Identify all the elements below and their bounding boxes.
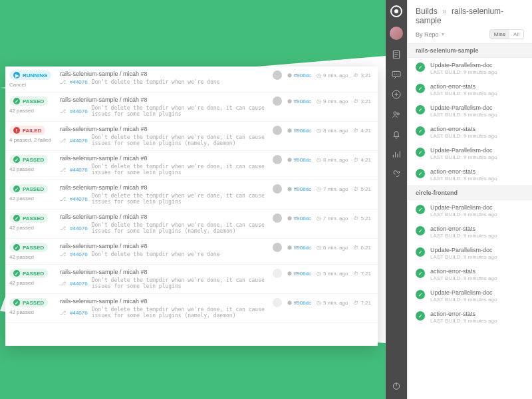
commit-hash[interactable]: ff906dc [294,215,311,221]
user-avatar[interactable] [390,27,403,40]
branch-item[interactable]: ✓action-error-statsLAST BUILD: 9 minutes… [408,307,532,328]
document-icon[interactable] [391,49,402,60]
branch-item[interactable]: ✓Update-Parallelism-docLAST BUILD: 9 min… [408,285,532,307]
branch-name: Update-Parallelism-doc [430,147,497,154]
build-row[interactable]: ✓PASSED42 passedrails-selenium-sample / … [5,151,378,180]
check-icon: ✓ [416,311,425,321]
timer-icon: ⏱ [353,245,358,251]
author-avatar [273,213,282,223]
repo-group-header[interactable]: rails-selenium-sample [408,43,532,58]
build-row[interactable]: ✓PASSED42 passedrails-selenium-sample / … [5,209,378,239]
settings-icon[interactable] [391,169,402,180]
build-title[interactable]: rails-selenium-sample / micah #8 [60,96,269,103]
branch-meta: LAST BUILD: 9 minutes ago [430,154,497,160]
commit-hash[interactable]: ff906dc [294,186,311,192]
build-title[interactable]: rails-selenium-sample / micah #8 [60,269,269,275]
commit-message: Don't delete the tempdir when we're done… [92,277,269,289]
commit-id[interactable]: #44076 [70,310,88,316]
author-avatar [273,70,282,80]
commit-id[interactable]: #44076 [70,138,88,144]
commit-icon: ⬢ [287,98,292,104]
branch-item[interactable]: ✓Update-Parallelism-docLAST BUILD: 9 min… [408,243,532,264]
branch-meta: LAST BUILD: 9 minutes ago [430,112,497,118]
commit-hash[interactable]: ff906dc [294,72,311,78]
status-subtext: 4 passed, 2 failed [9,137,56,143]
repo-group-header[interactable]: circle-frontend [408,186,532,200]
branch-item[interactable]: ✓action-error-statsLAST BUILD: 9 minutes… [408,221,532,243]
breadcrumb-root[interactable]: Builds [416,7,438,16]
branch-item[interactable]: ✓action-error-statsLAST BUILD: 9 minutes… [408,122,532,143]
build-row[interactable]: ✓PASSED42 passedrails-selenium-sample / … [5,265,378,294]
build-row[interactable]: ✓PASSED42 passedrails-selenium-sample / … [5,180,378,209]
build-title[interactable]: rails-selenium-sample / micah #8 [60,243,269,249]
author-avatar [273,269,282,278]
sort-by-repo[interactable]: By Repo ▾ [416,31,444,38]
power-icon[interactable] [391,380,402,391]
svg-point-7 [397,113,399,115]
status-badge: ✓PASSED [9,96,48,106]
author-avatar [273,155,282,164]
commit-id[interactable]: #44076 [70,167,88,173]
scope-toggle: Mine All [489,29,524,39]
commit-hash[interactable]: ff906dc [294,271,311,277]
branch-name: Update-Parallelism-doc [430,204,497,211]
commit-id[interactable]: #44076 [70,79,88,85]
build-duration: ⏱5:21 [353,186,371,192]
branch-icon: ⎇ [60,225,66,231]
commit-id[interactable]: #44076 [70,281,88,287]
branch-item[interactable]: ✓Update-Parallelism-docLAST BUILD: 9 min… [408,200,532,221]
timer-icon: ⏱ [353,186,358,192]
commit-message: Don't delete the tempdir when we're done… [92,134,269,146]
commit-id[interactable]: #44076 [70,196,88,202]
team-icon[interactable] [391,109,402,120]
commit-hash[interactable]: ff906dc [294,128,311,134]
commit-message: Don't delete the tempdir when we're done [92,251,220,257]
commit-message: Don't delete the tempdir when we're done… [92,105,269,117]
branch-item[interactable]: ✓action-error-statsLAST BUILD: 9 minutes… [408,264,532,285]
logo-icon[interactable] [390,5,402,17]
build-time: ◷9 min. ago [317,98,348,104]
bell-icon[interactable] [391,129,402,140]
build-title[interactable]: rails-selenium-sample / micah #8 [60,70,269,77]
commit-id[interactable]: #44076 [70,251,88,257]
commit-hash[interactable]: ff906dc [294,98,311,104]
branch-item[interactable]: ✓Update-Parallelism-docLAST BUILD: 9 min… [408,100,532,122]
build-row[interactable]: ▶RUNNINGCancelrails-selenium-sample / mi… [5,66,378,92]
chevron-down-icon: ▾ [442,31,444,37]
toggle-all[interactable]: All [509,30,523,39]
branch-name: action-error-stats [430,225,497,232]
commit-id[interactable]: #44076 [70,108,88,114]
branch-item[interactable]: ✓Update-Parallelism-docLAST BUILD: 9 min… [408,58,532,79]
build-row[interactable]: ✓PASSED42 passedrails-selenium-sample / … [5,92,378,122]
build-row[interactable]: ✓PASSED42 passedrails-selenium-sample / … [5,294,378,323]
build-time: ◷5 min. ago [317,300,348,306]
commit-hash[interactable]: ff906dc [294,245,311,251]
commit-hash[interactable]: ff906dc [294,157,311,163]
build-row[interactable]: !FAILED4 passed, 2 failedrails-selenium-… [5,122,378,151]
build-time: ◷9 min. ago [317,72,348,78]
branch-meta: LAST BUILD: 9 minutes ago [430,90,497,96]
toggle-mine[interactable]: Mine [490,30,509,39]
stats-icon[interactable] [391,149,402,160]
commit-icon: ⬢ [287,300,292,306]
branch-item[interactable]: ✓action-error-statsLAST BUILD: 9 minutes… [408,79,532,100]
build-time: ◷7 min. ago [317,215,348,221]
status-badge: ✓PASSED [9,184,48,194]
commit-hash[interactable]: ff906dc [294,300,311,306]
add-icon[interactable] [391,89,402,100]
build-row[interactable]: ✓PASSED42 passedrails-selenium-sample / … [5,239,378,265]
check-icon: ✓ [416,269,425,278]
chat-icon[interactable] [391,69,402,80]
build-title[interactable]: rails-selenium-sample / micah #8 [60,155,269,162]
build-title[interactable]: rails-selenium-sample / micah #8 [60,184,269,191]
status-subtext[interactable]: Cancel [9,82,56,88]
build-title[interactable]: rails-selenium-sample / micah #8 [60,213,269,220]
build-title[interactable]: rails-selenium-sample / micah #8 [60,126,269,132]
branch-item[interactable]: ✓Update-Parallelism-docLAST BUILD: 9 min… [408,143,532,164]
branch-icon: ⎇ [60,79,66,85]
branch-icon: ⎇ [60,251,66,257]
commit-id[interactable]: #44076 [70,225,88,231]
branch-item[interactable]: ✓action-error-statsLAST BUILD: 9 minutes… [408,164,532,186]
status-badge: !FAILED [9,126,45,135]
build-title[interactable]: rails-selenium-sample / micah #8 [60,298,269,305]
